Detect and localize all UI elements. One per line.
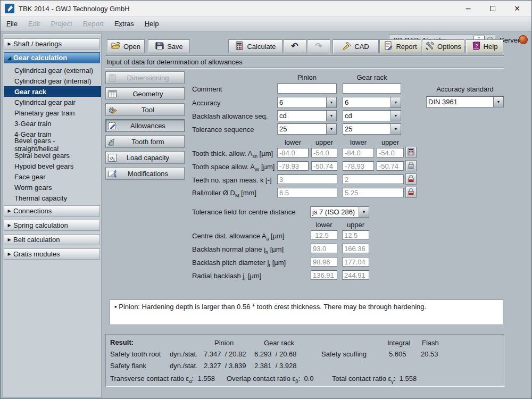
- tooth-thick-pinion-upper[interactable]: -54.0: [311, 148, 337, 157]
- options-button[interactable]: Options: [422, 39, 464, 53]
- radial-backlash-upper[interactable]: 244.91: [342, 270, 369, 280]
- centre-dist-lower[interactable]: -12.5: [311, 230, 337, 240]
- tooth-thick-gear-lower[interactable]: -84.0: [343, 148, 374, 157]
- tooth-thick-gear-upper[interactable]: -54.0: [377, 148, 404, 157]
- backlash-seq-gear-select[interactable]: cd▼: [343, 110, 401, 121]
- help-book-icon: ?: [471, 41, 481, 52]
- page-title: Input of data for determination of allow…: [106, 58, 243, 66]
- maximize-button[interactable]: [480, 1, 505, 16]
- cad-button[interactable]: CAD: [332, 39, 379, 53]
- sidebar-item-cylindrical-gear-external[interactable]: Cylindrical gear (external): [4, 65, 101, 76]
- sidebar-item-cylindrical-gear-pair[interactable]: Cylindrical gear pair: [4, 97, 101, 107]
- undo-button[interactable]: ↶: [283, 39, 306, 53]
- report-button[interactable]: Report: [379, 39, 421, 53]
- tooth-thick-calc-button[interactable]: [405, 147, 417, 158]
- dropdown-arrow-icon: ▼: [390, 124, 401, 134]
- tool-button[interactable]: Tool: [105, 103, 185, 116]
- backlash-normal-upper[interactable]: 166.36: [342, 244, 369, 253]
- tooth-space-gear-lower[interactable]: -78.93: [343, 161, 374, 171]
- sidebar-item-thermal-capacity[interactable]: Thermal capacity: [4, 193, 101, 203]
- backlash-pitch-lower[interactable]: 98.96: [311, 257, 337, 267]
- tolerance-seq-label: Tolerance sequence: [192, 126, 254, 134]
- modifications-button[interactable]: Modifications: [105, 167, 185, 180]
- sidebar-item-cylindrical-gear-internal[interactable]: Cylindrical gear (internal): [4, 76, 101, 86]
- accuracy-gear-select[interactable]: 6▼: [343, 97, 401, 108]
- report-document-icon: [384, 41, 393, 52]
- close-button[interactable]: ✕: [505, 1, 529, 16]
- minimize-button[interactable]: –: [456, 1, 480, 16]
- collapsed-arrow-icon: ▶: [5, 252, 13, 256]
- accuracy-standard-select[interactable]: DIN 3961▼: [426, 96, 504, 107]
- ball-roller-gear[interactable]: 5.25: [343, 188, 404, 197]
- backlash-seq-pinion-select[interactable]: cd▼: [277, 110, 337, 121]
- centre-lower-header: lower: [311, 221, 337, 229]
- tooth-form-button[interactable]: Tooth form: [105, 135, 185, 148]
- dropdown-arrow-icon: ▼: [326, 97, 336, 107]
- result-total-ratio: Total contact ratio εγ: 1.558: [332, 375, 417, 384]
- dimensioning-button[interactable]: Dimensioning: [105, 71, 185, 84]
- allowances-button[interactable]: Allowances: [105, 119, 185, 132]
- result-col-integral: Integral: [387, 339, 410, 347]
- open-button[interactable]: Open: [107, 39, 145, 53]
- sidebar-item-worm-gears[interactable]: Worm gears: [4, 182, 101, 193]
- ball-roller-pinion[interactable]: 6.5: [277, 188, 337, 197]
- tolerance-field-select[interactable]: js 7 (ISO 286)▼: [310, 206, 369, 218]
- modifications-icon: [107, 168, 118, 179]
- sidebar-item-3-gear-train[interactable]: 3-Gear train: [4, 118, 101, 129]
- sidebar-section-connections[interactable]: ▶Connections: [4, 205, 100, 217]
- sidebar-section-gear-calculation[interactable]: ◢Gear calculation: [4, 52, 100, 63]
- menu-report[interactable]: Report: [81, 19, 105, 29]
- teeth-span-pinion[interactable]: 3: [277, 174, 337, 184]
- tooth-thick-pinion-lower[interactable]: -84.0: [277, 148, 309, 157]
- calculator-icon: [235, 41, 244, 52]
- backlash-pitch-upper[interactable]: 177.04: [342, 257, 369, 267]
- geometry-button[interactable]: Geometry: [105, 87, 185, 100]
- tooth-space-pinion-lower[interactable]: -78.93: [277, 161, 309, 171]
- comment-gear-input[interactable]: [343, 84, 401, 94]
- centre-upper-header: upper: [342, 221, 369, 229]
- sidebar-item-gear-rack[interactable]: Gear rack: [4, 86, 101, 97]
- sidebar-item-bevel-gears[interactable]: Bevel gears - straight/helical: [4, 139, 101, 150]
- sidebar-section-spring-calculation[interactable]: ▶Spring calculation: [4, 220, 100, 231]
- teeth-span-gear[interactable]: 2: [343, 174, 404, 184]
- redo-button[interactable]: ↷: [307, 39, 330, 53]
- sidebar-section-shaft-bearings[interactable]: ▶Shaft / bearings: [4, 38, 100, 49]
- help-button[interactable]: ? Help: [466, 39, 503, 53]
- sidebar-item-face-gear[interactable]: Face gear: [4, 171, 101, 182]
- sidebar-item-spiral-bevel-gears[interactable]: Spiral bevel gears: [4, 150, 101, 161]
- sidebar-section-gratis-modules[interactable]: ▶Gratis modules: [4, 248, 100, 260]
- comment-pinion-input[interactable]: [277, 84, 337, 94]
- calculate-button[interactable]: Calculate: [228, 39, 282, 53]
- menu-file[interactable]: File: [5, 19, 19, 29]
- application-window: TBK 2014 - GWJ Technology GmbH – ✕ File …: [0, 0, 532, 399]
- dropdown-arrow-icon: ▼: [390, 97, 401, 107]
- result-safety-tooth-root-label: Safety tooth root: [110, 350, 161, 358]
- centre-dist-upper[interactable]: 12.5: [342, 230, 369, 240]
- accuracy-pinion-select[interactable]: 6▼: [277, 97, 337, 108]
- sidebar-item-planetary-gear-train[interactable]: Planetary gear train: [4, 107, 101, 118]
- backlash-normal-lower[interactable]: 93.0: [311, 244, 337, 253]
- result-safety-tooth-root-mode: dyn./stat.: [170, 350, 198, 358]
- tolerance-seq-pinion-select[interactable]: 25▼: [277, 123, 337, 135]
- backlash-seq-label: Backlash allowance seq.: [192, 112, 268, 120]
- sidebar-section-belt-calculation[interactable]: ▶Belt calculation: [4, 234, 100, 245]
- tolerance-seq-gear-select[interactable]: 25▼: [343, 123, 401, 135]
- menu-project[interactable]: Project: [49, 19, 73, 29]
- tooth-space-gear-upper[interactable]: -50.74: [377, 161, 404, 171]
- pinion-upper-header: upper: [311, 138, 337, 146]
- teeth-span-lock-button[interactable]: [405, 173, 417, 185]
- ball-roller-lock-button[interactable]: [405, 187, 417, 198]
- menu-help[interactable]: Help: [143, 19, 161, 29]
- menu-extras[interactable]: Extras: [113, 19, 136, 29]
- dropdown-arrow-icon: ▼: [493, 97, 503, 107]
- save-button[interactable]: Save: [148, 39, 190, 53]
- radial-backlash-lower[interactable]: 136.91: [311, 270, 337, 280]
- column-header-pinion: Pinion: [277, 73, 337, 81]
- result-col-gear-rack: Gear rack: [264, 339, 294, 347]
- tooth-space-pinion-upper[interactable]: -50.74: [311, 161, 337, 171]
- load-capacity-button[interactable]: σx Load capacity: [105, 151, 185, 164]
- tooth-space-lock-button[interactable]: [405, 160, 417, 171]
- app-icon: [5, 4, 14, 15]
- sidebar-item-hypoid-bevel-gears[interactable]: Hypoid bevel gears: [4, 161, 101, 171]
- menu-edit[interactable]: Edit: [27, 19, 41, 29]
